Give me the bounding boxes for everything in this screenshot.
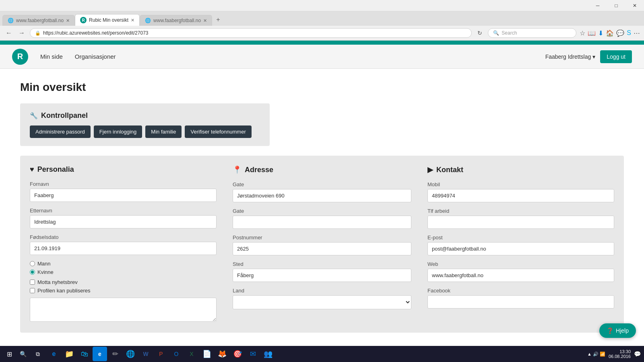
kontrollpanel-buttons: Administrere passord Fjern innlogging Mi… bbox=[30, 125, 260, 138]
reading-icon[interactable]: 📖 bbox=[588, 29, 596, 37]
postnummer-input[interactable] bbox=[233, 242, 411, 255]
tab-favicon-3: 🌐 bbox=[145, 18, 151, 23]
menu-icon[interactable]: ⋯ bbox=[634, 29, 640, 37]
tab-3[interactable]: 🌐 www.faabergfotball.no ✕ bbox=[140, 15, 212, 26]
org-name[interactable]: Faaberg Idrettslag ▾ bbox=[545, 53, 596, 60]
tab-1[interactable]: 🌐 www.faabergfotball.no ✕ bbox=[2, 15, 75, 26]
postnummer-label: Postnummer bbox=[233, 234, 411, 241]
logout-button[interactable]: Logg ut bbox=[600, 50, 632, 63]
feedback-icon[interactable]: 💬 bbox=[616, 29, 624, 37]
epost-label: E-post bbox=[427, 234, 614, 241]
profile-checkbox-label[interactable]: Profilen kan publiseres bbox=[30, 288, 217, 294]
minimize-button[interactable]: ─ bbox=[588, 0, 607, 11]
home-icon[interactable]: 🏠 bbox=[606, 29, 614, 37]
dropdown-icon: ▾ bbox=[592, 53, 595, 60]
nav-organisasjoner[interactable]: Organisasjoner bbox=[75, 49, 116, 64]
fodselsdato-input[interactable] bbox=[30, 242, 217, 255]
gate2-input[interactable] bbox=[233, 216, 411, 229]
forward-button[interactable]: → bbox=[17, 28, 27, 38]
help-button[interactable]: ❓ Hjelp bbox=[599, 323, 636, 338]
sted-input[interactable] bbox=[233, 269, 411, 282]
nav-min-side[interactable]: Min side bbox=[40, 49, 63, 64]
kontakt-header: ▶ Kontakt bbox=[427, 165, 614, 174]
personalia-header: ♥ Personalia bbox=[30, 165, 217, 174]
reload-button[interactable]: ↻ bbox=[475, 28, 485, 38]
adresse-column: 📍 Adresse Gate Gate Postnummer Sted Land bbox=[225, 165, 419, 323]
land-label: Land bbox=[233, 288, 411, 294]
gate1-input[interactable] bbox=[233, 189, 411, 202]
back-button[interactable]: ← bbox=[4, 28, 14, 38]
nav-right: Faaberg Idrettslag ▾ Logg ut bbox=[545, 50, 632, 63]
form-sections: ♥ Personalia Fornavn Etternavn Fødselsda… bbox=[20, 156, 624, 333]
fjern-innlogging-button[interactable]: Fjern innlogging bbox=[94, 125, 142, 138]
epost-input[interactable] bbox=[427, 242, 614, 255]
maximize-button[interactable]: □ bbox=[607, 0, 625, 11]
kontakt-column: ▶ Kontakt Mobil Tlf arbeid E-post Web Fa… bbox=[419, 165, 614, 323]
bio-textarea[interactable] bbox=[30, 298, 217, 322]
gender-kvinne-text: Kvinne bbox=[37, 269, 54, 275]
tab-favicon-2: R bbox=[80, 17, 87, 23]
gender-mann-radio[interactable] bbox=[30, 261, 35, 266]
tab-label-1: www.faabergfotball.no bbox=[16, 18, 64, 23]
mobil-input[interactable] bbox=[427, 189, 614, 202]
browser-tabs: 🌐 www.faabergfotball.no ✕ R Rubic Min ov… bbox=[0, 11, 644, 26]
newsletter-checkbox-label[interactable]: Motta nyhetsbrev bbox=[30, 279, 217, 285]
wrench-icon: 🔧 bbox=[30, 112, 38, 119]
kontakt-title: Kontakt bbox=[436, 166, 463, 174]
logo-letter: R bbox=[17, 52, 23, 61]
address-bar[interactable]: 🔒 https://rubic.azurewebsites.net/person… bbox=[30, 28, 472, 38]
gender-radio-group: Mann Kvinne bbox=[30, 261, 217, 275]
help-label: Hjelp bbox=[616, 327, 629, 334]
personalia-title: Personalia bbox=[37, 165, 74, 174]
tlf-arbeid-label: Tlf arbeid bbox=[427, 208, 614, 214]
search-placeholder: Search bbox=[502, 30, 517, 36]
kontrollpanel-header: 🔧 Kontrollpanel bbox=[30, 111, 260, 120]
etternavn-input[interactable] bbox=[30, 215, 217, 228]
gate1-label: Gate bbox=[233, 181, 411, 187]
gender-kvinne-label[interactable]: Kvinne bbox=[30, 269, 217, 275]
etternavn-label: Etternavn bbox=[30, 208, 217, 214]
adresse-header: 📍 Adresse bbox=[233, 165, 411, 174]
browser-search-bar[interactable]: 🔍 Search bbox=[488, 28, 576, 38]
teal-header-bar bbox=[0, 41, 644, 45]
fodselsdato-label: Fødselsdato bbox=[30, 234, 217, 240]
tlf-arbeid-input[interactable] bbox=[427, 216, 614, 229]
address-text: https://rubic.azurewebsites.net/person/e… bbox=[43, 30, 466, 36]
app-logo[interactable]: R bbox=[12, 49, 28, 65]
tab-2[interactable]: R Rubic Min oversikt ✕ bbox=[75, 14, 140, 26]
tab-close-2[interactable]: ✕ bbox=[131, 18, 134, 23]
web-input[interactable] bbox=[427, 269, 614, 282]
land-select[interactable] bbox=[233, 295, 411, 309]
tab-favicon-1: 🌐 bbox=[8, 18, 14, 23]
profile-label: Profilen kan publiseres bbox=[37, 288, 91, 294]
gender-kvinne-radio[interactable] bbox=[30, 269, 35, 275]
location-icon: 📍 bbox=[233, 165, 242, 174]
gender-mann-text: Mann bbox=[37, 261, 51, 267]
administrere-passord-button[interactable]: Administrere passord bbox=[30, 125, 91, 138]
tab-close-1[interactable]: ✕ bbox=[66, 18, 70, 23]
lock-icon: 🔒 bbox=[35, 31, 41, 36]
new-tab-button[interactable]: + bbox=[212, 14, 224, 26]
profile-checkbox[interactable] bbox=[30, 288, 35, 293]
newsletter-label: Motta nyhetsbrev bbox=[37, 279, 78, 285]
download-icon[interactable]: ⬇ bbox=[598, 29, 603, 37]
min-familie-button[interactable]: Min familie bbox=[145, 125, 182, 138]
fornavn-label: Fornavn bbox=[30, 181, 217, 187]
newsletter-checkbox[interactable] bbox=[30, 280, 35, 285]
question-icon: ❓ bbox=[607, 327, 613, 334]
verifiser-telefonnummer-button[interactable]: Verifiser telefonnummer bbox=[185, 125, 251, 138]
gate2-label: Gate bbox=[233, 208, 411, 214]
skype-icon[interactable]: S bbox=[627, 29, 631, 37]
close-button[interactable]: ✕ bbox=[625, 0, 644, 11]
tab-close-3[interactable]: ✕ bbox=[203, 18, 207, 23]
facebook-input[interactable] bbox=[427, 295, 614, 309]
toolbar-icons: ☆ 📖 ⬇ 🏠 💬 S ⋯ bbox=[580, 29, 640, 37]
browser-toolbar: ← → 🔒 https://rubic.azurewebsites.net/pe… bbox=[0, 26, 644, 41]
mobil-label: Mobil bbox=[427, 181, 614, 187]
nav-links: Min side Organisasjoner bbox=[40, 49, 545, 64]
kontrollpanel-section: 🔧 Kontrollpanel Administrere passord Fje… bbox=[20, 103, 270, 146]
fornavn-input[interactable] bbox=[30, 189, 217, 202]
star-icon[interactable]: ☆ bbox=[580, 29, 585, 37]
gender-mann-label[interactable]: Mann bbox=[30, 261, 217, 267]
tab-label-3: www.faabergfotball.no bbox=[153, 18, 201, 23]
